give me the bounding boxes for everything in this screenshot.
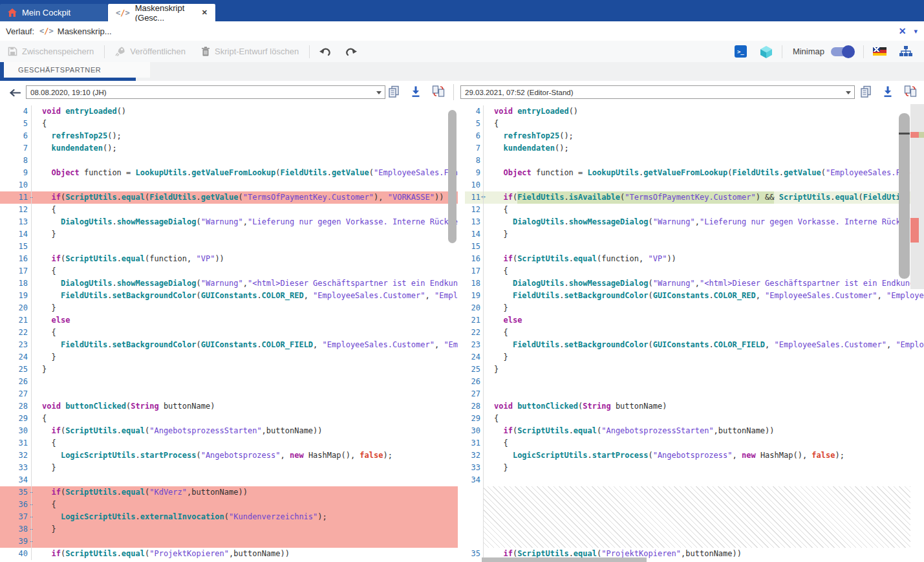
tab-mein-cockpit[interactable]: Mein Cockpit [0,4,107,21]
code-line: 16 if(ScriptUtils.equal(function, "VP")) [465,253,910,265]
arrow-left-icon [9,89,21,97]
line-number: 39 [19,537,28,546]
diff-area: 4void entryLoaded()5{6 refreshTop25();7 … [0,104,924,562]
line-number: 24 [471,352,480,362]
code-line: 17 { [0,265,458,277]
code-line: 4void entryLoaded() [0,105,458,118]
publish-label: Veröffentlichen [130,47,186,56]
version-selector-row: 08.08.2020, 19:10 (JH) 29.03.2021, 07:52… [0,81,924,105]
verlauf-item[interactable]: Maskenskrip... [58,27,112,36]
download-version-button[interactable] [883,85,893,100]
version-select-left[interactable]: 08.08.2020, 19:10 (JH) [26,85,385,99]
line-number: 25 [19,365,28,374]
back-button[interactable] [9,88,21,100]
line-number: 22 [471,328,480,337]
script-console-button[interactable]: >_ [735,45,747,58]
code-line: 9 Object function = LookupUtils.getValue… [465,167,910,179]
minimap-toggle[interactable] [831,47,853,56]
code-line: 27 [0,388,458,400]
line-number: 17 [19,266,28,276]
line-number: 26 [19,377,28,386]
code-pane-left[interactable]: 4void entryLoaded()5{6 refreshTop25();7 … [0,104,458,562]
ruler-removed-marker [910,218,919,243]
line-number: 27 [19,389,28,398]
copy-code-button[interactable] [860,85,872,100]
horizontal-scrollbar-thumb[interactable] [482,557,647,562]
undo-button[interactable] [319,47,332,56]
code-line: 37- LogicScriptUtils.externalInvocation(… [0,511,458,523]
code-line: 18 DialogUtils.showMessageDialog("Warnun… [465,277,910,290]
divider [782,45,782,58]
line-number: 14 [19,230,28,239]
code-line: 15 [0,241,458,253]
structure-button[interactable] [899,46,912,57]
delete-draft-button[interactable]: Skript-Entwurf löschen [201,47,299,56]
sitemap-icon [899,46,912,57]
download-version-button[interactable] [411,85,421,100]
console-icon: >_ [735,45,747,58]
line-number: 5 [476,119,480,128]
line-number: 25 [471,365,480,374]
code-line: 21 else [0,314,458,327]
line-number: 21 [471,316,480,325]
vertical-scrollbar-thumb[interactable] [448,110,457,243]
line-number: 8 [23,156,28,165]
code-line: 32 LogicScriptUtils.startProcess("Angebo… [465,449,910,462]
chevron-down-icon [846,91,851,94]
code-line: 6 refreshTop25(); [465,130,910,142]
code-pane-right[interactable]: 4void entryLoaded()5{6 refreshTop25();7 … [465,104,924,562]
script-tab-label: GESCHÄFTSPARTNER [18,66,101,74]
viewport-position-line [899,133,910,135]
chevron-down-icon [376,91,381,94]
delete-draft-label: Skript-Entwurf löschen [215,47,299,56]
tab-maskenskript[interactable]: </> Maskenskript (Gesc... ✕ [108,4,215,21]
vertical-scrollbar-thumb[interactable] [899,113,910,279]
publish-button[interactable]: Veröffentlichen [115,47,186,56]
module-cube-button[interactable] [760,45,773,58]
code-line: 27 [465,388,910,400]
redo-button[interactable] [345,47,358,56]
code-line: 14 } [465,228,910,241]
code-line: 26 [465,376,910,388]
divider [309,45,310,58]
language-flag-icon [873,47,886,56]
version-select-right[interactable]: 29.03.2021, 07:52 (Editor-Stand) [460,85,855,99]
line-number: 28 [19,402,28,411]
divider [104,45,105,58]
code-line: 28void buttonClicked(String buttonName) [0,400,458,413]
line-number: 4 [23,107,28,116]
apply-version-button[interactable] [904,85,917,100]
rocket-icon [115,47,125,56]
compare-swap-icon [432,85,445,98]
line-number: 28 [471,402,480,411]
code-line: 36- { [0,499,458,511]
script-tab-strip: GESCHÄFTSPARTNER [0,62,924,81]
chevron-down-icon[interactable]: ▾ [914,27,918,36]
undo-icon [319,47,332,56]
code-line: 9 Object function = LookupUtils.getValue… [0,167,458,179]
line-number: 19 [471,291,480,300]
tab-label: Maskenskript (Gesc... [135,3,193,23]
tab-geschaeftspartner[interactable]: GESCHÄFTSPARTNER [4,62,150,78]
code-line: 29{ [465,413,910,425]
copy-code-button[interactable] [388,85,400,100]
save-draft-button[interactable]: Zwischenspeichern [8,47,94,56]
verlauf-bar: Verlauf: </> Maskenskrip... ✕ ▾ [0,21,924,41]
close-icon[interactable]: ✕ [899,26,907,36]
code-line: 10 [0,179,458,191]
code-line: 31 { [0,437,458,449]
line-number: 23 [471,340,480,349]
code-line: 6 refreshTop25(); [0,130,458,142]
ruler-added-marker [919,132,924,138]
line-number: 22 [19,328,28,337]
code-line: 33 } [465,462,910,474]
line-number: 12 [19,205,28,214]
line-number: 18 [19,279,28,288]
code-line: 35- if(ScriptUtils.equal("KdVerz",button… [0,486,458,499]
close-tab-icon[interactable]: ✕ [202,8,208,17]
code-line: 11- if(ScriptUtils.equal(FieldUtils.getV… [0,191,458,204]
apply-version-button[interactable] [432,85,445,100]
save-draft-label: Zwischenspeichern [22,47,94,56]
line-number: 8 [476,156,480,165]
language-button[interactable] [873,47,886,56]
